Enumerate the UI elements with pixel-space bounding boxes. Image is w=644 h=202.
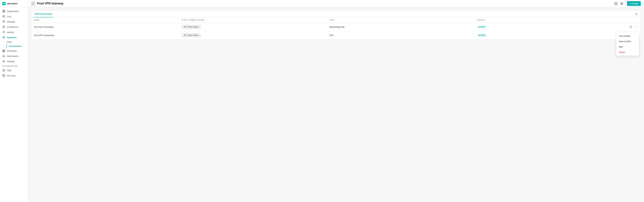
svg-rect-3 bbox=[2, 11, 4, 12]
sidebar-item-networks-label: Networks bbox=[7, 36, 16, 39]
sidebar-item-workloads[interactable]: Workloads bbox=[0, 48, 28, 54]
sidebar-header: stax-demo bbox=[0, 0, 28, 7]
vpn-connections-card: VPN Connections NAME IP SEC TUNNEL STATU… bbox=[31, 11, 641, 40]
sidebar-item-settings-label: Settings bbox=[7, 60, 14, 63]
svg-rect-15 bbox=[614, 2, 616, 3]
table-row: S2S VPC Connection Check Status VPC ACTI… bbox=[31, 31, 640, 39]
sidebar-item-identity[interactable]: Identity bbox=[0, 30, 28, 35]
svg-rect-18 bbox=[616, 4, 617, 5]
sidebar-item-workloads-label: Workloads bbox=[7, 50, 17, 52]
col-name: NAME bbox=[34, 19, 182, 21]
sidebar-item-wastage[interactable]: Wastage bbox=[0, 19, 28, 24]
dropdown-view-in-aws[interactable]: View in AWS bbox=[616, 39, 639, 44]
sidebar-item-api-docs[interactable]: API Docs bbox=[0, 73, 28, 78]
check-status-button-2[interactable]: Check Status bbox=[182, 33, 201, 37]
list-view-icon[interactable] bbox=[635, 13, 638, 16]
sidebar-item-cost[interactable]: Cost bbox=[0, 14, 28, 19]
status-badge-1: ACTIVE bbox=[477, 26, 486, 28]
sidebar-item-identity-label: Identity bbox=[7, 31, 14, 34]
row1-tunnel-status: Check Status bbox=[182, 25, 330, 29]
sidebar-item-wastage-label: Wastage bbox=[7, 21, 15, 23]
col-tunnel-status: IP SEC TUNNEL STATUS bbox=[182, 19, 330, 21]
svg-rect-8 bbox=[2, 50, 4, 51]
user-settings-icon[interactable] bbox=[620, 2, 624, 6]
sidebar-item-cost-label: Cost bbox=[7, 15, 11, 18]
documentation-label: DOCUMENTATION bbox=[0, 64, 28, 68]
sidebar-item-help-label: Help bbox=[7, 69, 11, 72]
svg-point-22 bbox=[636, 26, 636, 26]
row2-tunnel-status: Check Status bbox=[182, 33, 330, 37]
status-badge-2: ACTIVE bbox=[477, 34, 486, 37]
identity-icon bbox=[2, 31, 5, 34]
col-actions bbox=[625, 19, 638, 21]
content-area: VPN Connections NAME IP SEC TUNNEL STATU… bbox=[28, 7, 644, 202]
context-dropdown-menu: View details View in AWS Edit Delete bbox=[616, 33, 639, 56]
sidebar-nav: Organization Cost Wastage bbox=[0, 7, 28, 202]
sidebar-item-compliance-label: Compliance bbox=[7, 26, 18, 28]
page-title: Prod VPN Gateway bbox=[37, 2, 324, 5]
tab-actions bbox=[635, 13, 638, 16]
sidebar-item-organization[interactable]: Organization bbox=[0, 9, 28, 14]
col-type: TYPE bbox=[329, 19, 477, 21]
svg-rect-9 bbox=[4, 50, 5, 51]
sidebar: stax-demo Organization Co bbox=[0, 0, 28, 202]
sidebar-item-notifications[interactable]: Notifications bbox=[0, 54, 28, 59]
settings-icon bbox=[2, 60, 5, 63]
svg-rect-11 bbox=[2, 51, 4, 52]
workloads-icon bbox=[2, 49, 5, 52]
org-icon bbox=[2, 10, 5, 13]
api-docs-icon bbox=[2, 74, 5, 77]
sidebar-item-organization-label: Organization bbox=[7, 10, 19, 13]
svg-rect-4 bbox=[4, 11, 5, 12]
sidebar-item-settings[interactable]: Settings bbox=[0, 59, 28, 64]
svg-point-24 bbox=[636, 28, 636, 28]
app-name: stax-demo bbox=[7, 2, 18, 5]
sidebar-item-compliance[interactable]: Compliance bbox=[0, 24, 28, 30]
row1-more-button[interactable] bbox=[634, 25, 638, 29]
row1-info-button[interactable] bbox=[629, 25, 633, 29]
row1-name: S2S Hub Connection bbox=[34, 26, 182, 28]
svg-point-20 bbox=[622, 3, 622, 4]
svg-rect-1 bbox=[2, 10, 4, 11]
compliance-icon bbox=[2, 26, 5, 28]
grid-icon[interactable] bbox=[614, 2, 618, 6]
svg-rect-10 bbox=[4, 51, 5, 52]
row2-type: VPC bbox=[329, 34, 477, 37]
row1-status: ACTIVE bbox=[477, 26, 625, 28]
topbar: Prod VPN Gateway + Create bbox=[28, 0, 644, 7]
svg-rect-17 bbox=[614, 4, 616, 5]
row1-actions bbox=[625, 25, 638, 29]
main-content: Prod VPN Gateway + Create bbox=[28, 0, 644, 202]
row2-status: ACTIVE bbox=[477, 34, 625, 37]
sidebar-item-notifications-label: Notifications bbox=[7, 55, 18, 57]
back-button[interactable] bbox=[31, 2, 35, 6]
tab-vpn-connections[interactable]: VPN Connections bbox=[34, 11, 53, 17]
sidebar-item-hubs[interactable]: Hubs bbox=[7, 40, 28, 44]
cost-icon bbox=[2, 15, 5, 18]
row2-name: S2S VPC Connection bbox=[34, 34, 182, 37]
svg-point-23 bbox=[636, 27, 636, 27]
help-icon bbox=[2, 69, 5, 72]
svg-point-12 bbox=[4, 61, 4, 62]
check-status-label-1: Check Status bbox=[187, 26, 199, 28]
sidebar-item-connections[interactable]: Connections bbox=[6, 44, 28, 48]
app-logo bbox=[2, 2, 6, 5]
svg-rect-2 bbox=[4, 10, 5, 11]
check-status-button-1[interactable]: Check Status bbox=[182, 25, 201, 29]
notifications-icon bbox=[2, 55, 5, 58]
table-row: S2S Hub Connection Check Status Networki… bbox=[31, 23, 640, 31]
create-button[interactable]: + Create bbox=[627, 1, 641, 6]
networks-icon bbox=[2, 36, 5, 39]
wastage-icon bbox=[2, 20, 5, 23]
sidebar-item-help[interactable]: Help bbox=[0, 68, 28, 73]
row1-type: Networking Hub bbox=[329, 26, 477, 28]
table-header: NAME IP SEC TUNNEL STATUS TYPE STATUS bbox=[31, 17, 640, 23]
dropdown-edit[interactable]: Edit bbox=[616, 44, 639, 50]
sidebar-item-api-docs-label: API Docs bbox=[7, 74, 16, 77]
networks-submenu: Hubs Connections bbox=[0, 40, 28, 48]
card-tabs: VPN Connections bbox=[31, 11, 640, 17]
check-status-label-2: Check Status bbox=[187, 34, 199, 36]
dropdown-view-details[interactable]: View details bbox=[616, 33, 639, 39]
dropdown-delete[interactable]: Delete bbox=[616, 50, 639, 55]
sidebar-item-networks[interactable]: Networks bbox=[0, 35, 28, 40]
